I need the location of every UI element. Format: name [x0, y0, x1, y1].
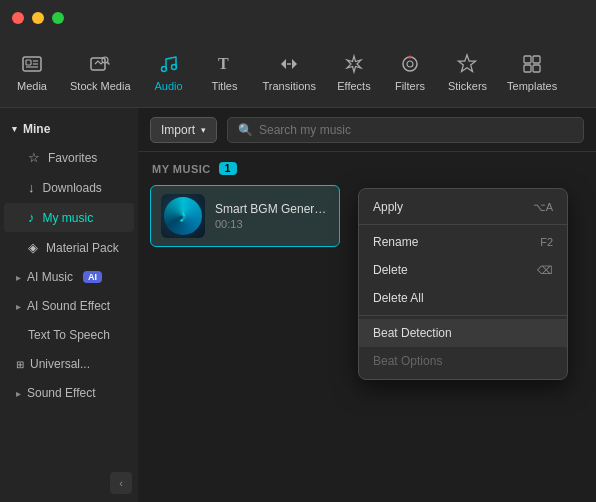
search-input[interactable] [259, 123, 573, 137]
sidebar-item-universal[interactable]: ⊞ Universal... [4, 350, 134, 378]
ctx-divider-2 [359, 315, 567, 316]
sidebar: ▾ Mine ☆ Favorites ↓ Downloads ♪ My musi… [0, 108, 138, 502]
nav-titles-label: Titles [212, 80, 238, 92]
ctx-delete-shortcut: ⌫ [537, 264, 553, 277]
svg-text:T: T [218, 55, 229, 72]
ctx-beat-options: Beat Options [359, 347, 567, 375]
track-thumbnail [161, 194, 205, 238]
stickers-icon [455, 52, 479, 76]
star-icon: ☆ [28, 150, 40, 165]
sidebar-item-text-to-speech[interactable]: Text To Speech [4, 321, 134, 349]
sidebar-collapse-button[interactable]: ‹ [110, 472, 132, 494]
svg-rect-5 [91, 58, 105, 70]
transitions-icon [277, 52, 301, 76]
nav-filters[interactable]: Filters [382, 46, 438, 98]
track-item[interactable]: Smart BGM Generatio... 00:13 [150, 185, 340, 247]
sidebar-item-downloads[interactable]: ↓ Downloads [4, 173, 134, 202]
package-icon: ◈ [28, 240, 38, 255]
track-duration: 00:13 [215, 218, 329, 230]
music-note-icon: ♪ [28, 210, 35, 225]
ctx-delete-all[interactable]: Delete All [359, 284, 567, 312]
ctx-divider-1 [359, 224, 567, 225]
sidebar-item-sound-effect[interactable]: ▸ Sound Effect [4, 379, 134, 407]
sidebar-mine-header: ▾ Mine [0, 116, 138, 142]
effects-icon [342, 52, 366, 76]
svg-rect-1 [26, 60, 31, 65]
top-navigation: Media Stock Media Audio T T [0, 36, 596, 108]
minimize-button[interactable] [32, 12, 44, 24]
nav-media[interactable]: Media [4, 46, 60, 98]
ctx-apply[interactable]: Apply ⌥A [359, 193, 567, 221]
content-panel: Import ▾ 🔍 MY MUSIC 1 Smart BGM Generati… [138, 108, 596, 502]
ctx-rename[interactable]: Rename F2 [359, 228, 567, 256]
audio-icon [157, 52, 181, 76]
nav-effects[interactable]: Effects [326, 46, 382, 98]
nav-titles[interactable]: T Titles [197, 46, 253, 98]
svg-point-14 [408, 55, 411, 58]
ai-badge: AI [83, 271, 102, 283]
nav-transitions[interactable]: Transitions [253, 46, 326, 98]
chevron-right-icon-2: ▸ [16, 301, 21, 312]
context-menu: Apply ⌥A Rename F2 Delete ⌫ Delete All B… [358, 188, 568, 380]
ctx-rename-shortcut: F2 [540, 236, 553, 248]
sidebar-item-my-music[interactable]: ♪ My music [4, 203, 134, 232]
download-icon: ↓ [28, 180, 35, 195]
nav-templates-label: Templates [507, 80, 557, 92]
svg-point-9 [171, 64, 176, 69]
chevron-down-icon: ▾ [12, 124, 17, 134]
search-icon: 🔍 [238, 123, 253, 137]
titles-icon: T [213, 52, 237, 76]
nav-templates[interactable]: Templates [497, 46, 567, 98]
sidebar-item-ai-sound-effect[interactable]: ▸ AI Sound Effect [4, 292, 134, 320]
track-name: Smart BGM Generatio... [215, 202, 329, 216]
stock-media-icon [88, 52, 112, 76]
universal-logo-icon: ⊞ [16, 359, 24, 370]
nav-audio-label: Audio [154, 80, 182, 92]
content-toolbar: Import ▾ 🔍 [138, 108, 596, 152]
svg-point-12 [403, 57, 417, 71]
sidebar-item-ai-music[interactable]: ▸ AI Music AI [4, 263, 134, 291]
nav-stickers[interactable]: Stickers [438, 46, 497, 98]
nav-filters-label: Filters [395, 80, 425, 92]
track-count-badge: 1 [219, 162, 237, 175]
svg-rect-17 [524, 65, 531, 72]
svg-point-13 [407, 61, 413, 67]
close-button[interactable] [12, 12, 24, 24]
nav-stock-media[interactable]: Stock Media [60, 46, 141, 98]
nav-stock-media-label: Stock Media [70, 80, 131, 92]
ctx-delete[interactable]: Delete ⌫ [359, 256, 567, 284]
nav-audio[interactable]: Audio [141, 46, 197, 98]
svg-point-8 [161, 66, 166, 71]
section-label: MY MUSIC 1 [138, 152, 596, 181]
ctx-apply-shortcut: ⌥A [533, 201, 553, 214]
import-button[interactable]: Import ▾ [150, 117, 217, 143]
templates-icon [520, 52, 544, 76]
chevron-right-icon: ▸ [16, 272, 21, 283]
filters-icon [398, 52, 422, 76]
maximize-button[interactable] [52, 12, 64, 24]
track-info: Smart BGM Generatio... 00:13 [215, 202, 329, 230]
svg-rect-15 [524, 56, 531, 63]
svg-line-7 [107, 62, 109, 64]
nav-effects-label: Effects [337, 80, 370, 92]
main-area: ▾ Mine ☆ Favorites ↓ Downloads ♪ My musi… [0, 108, 596, 502]
search-box: 🔍 [227, 117, 584, 143]
svg-rect-18 [533, 65, 540, 72]
titlebar [0, 0, 596, 36]
media-icon [20, 52, 44, 76]
nav-stickers-label: Stickers [448, 80, 487, 92]
nav-transitions-label: Transitions [263, 80, 316, 92]
sidebar-item-favorites[interactable]: ☆ Favorites [4, 143, 134, 172]
chevron-right-icon-3: ▸ [16, 388, 21, 399]
sidebar-item-material-pack[interactable]: ◈ Material Pack [4, 233, 134, 262]
chevron-down-icon: ▾ [201, 125, 206, 135]
svg-rect-16 [533, 56, 540, 63]
nav-media-label: Media [17, 80, 47, 92]
ctx-beat-detection[interactable]: Beat Detection [359, 319, 567, 347]
